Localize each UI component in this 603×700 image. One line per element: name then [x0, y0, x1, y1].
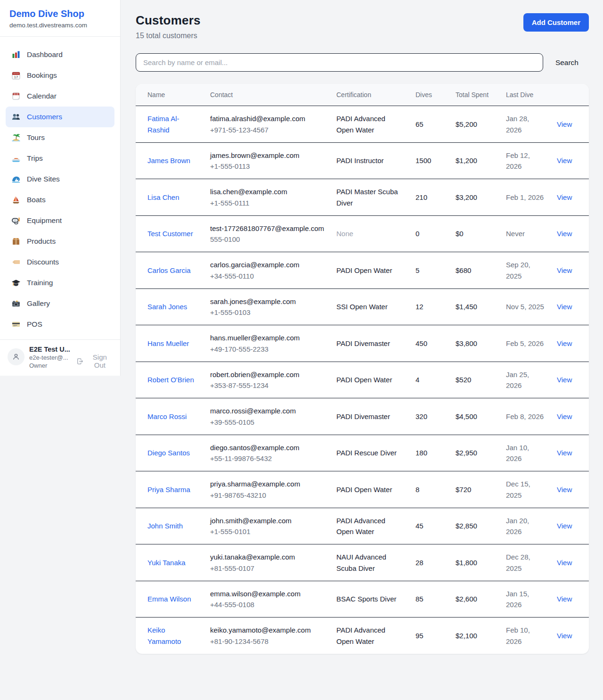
credit-card-icon [11, 320, 21, 329]
sidebar-item-label: POS [27, 320, 42, 329]
actions-cell: View [551, 215, 589, 252]
customer-email: test-1772681807767@example.com [210, 223, 325, 234]
customer-email: sarah.jones@example.com [210, 296, 325, 307]
sidebar-item-training[interactable]: Training [6, 272, 114, 293]
customer-name-cell: Priya Sharma [136, 471, 204, 508]
view-link[interactable]: View [557, 266, 572, 274]
column-header-certification: Certification [331, 84, 410, 106]
sidebar-item-label: Boats [27, 196, 46, 204]
graduation-cap-icon [11, 278, 21, 288]
sidebar-nav: Dashboard17BookingsCalendarCustomersTour… [0, 37, 120, 339]
sidebar-item-label: Tours [27, 133, 45, 142]
contact-cell: priya.sharma@example.com+91-98765-43210 [204, 471, 331, 508]
customer-name-link[interactable]: Keiko Yamamoto [147, 626, 181, 645]
view-link[interactable]: View [557, 632, 572, 640]
tear-off-calendar-icon [11, 91, 21, 101]
customer-name-link[interactable]: Test Customer [147, 230, 193, 238]
svg-text:17: 17 [14, 75, 18, 79]
last-dive-cell: Jan 25, 2026 [500, 362, 551, 398]
contact-cell: lisa.chen@example.com+1-555-0111 [204, 179, 331, 216]
page-title: Customers [136, 13, 201, 28]
certification-cell: PADI Advanced Open Water [331, 618, 410, 654]
contact-cell: marco.rossi@example.com+39-555-0105 [204, 398, 331, 435]
sidebar-item-boats[interactable]: Boats [6, 189, 114, 210]
sidebar-item-bookings[interactable]: 17Bookings [6, 65, 114, 86]
view-link[interactable]: View [557, 522, 572, 530]
column-header-contact: Contact [204, 84, 331, 106]
total-spent-cell: $2,100 [450, 618, 500, 654]
customer-name-link[interactable]: Priya Sharma [147, 486, 190, 494]
bar-chart-icon [11, 50, 21, 59]
view-link[interactable]: View [557, 303, 572, 311]
search-input[interactable] [136, 53, 543, 72]
view-link[interactable]: View [557, 412, 572, 420]
contact-cell: james.brown@example.com+1-555-0113 [204, 142, 331, 179]
add-customer-button[interactable]: Add Customer [523, 13, 589, 32]
view-link[interactable]: View [557, 156, 572, 165]
total-spent-cell: $1,800 [450, 544, 500, 581]
customer-name-link[interactable]: Hans Mueller [147, 339, 189, 347]
search-button[interactable]: Search [555, 58, 579, 67]
actions-cell: View [551, 471, 589, 508]
view-link[interactable]: View [557, 230, 572, 238]
view-link[interactable]: View [557, 449, 572, 457]
sign-out-button[interactable]: Sign Out [76, 353, 113, 369]
last-dive-cell: Jan 20, 2026 [500, 508, 551, 544]
customer-name-link[interactable]: James Brown [147, 156, 190, 165]
customer-email: marco.rossi@example.com [210, 405, 325, 416]
sidebar-item-customers[interactable]: Customers [6, 107, 114, 127]
sidebar-item-pos[interactable]: POS [6, 314, 114, 335]
dives-cell: 45 [410, 508, 450, 544]
view-link[interactable]: View [557, 559, 572, 567]
customer-name-link[interactable]: Diego Santos [147, 449, 190, 457]
sidebar-item-dashboard[interactable]: Dashboard [6, 44, 114, 65]
customer-phone: +55-11-99876-5432 [210, 453, 325, 464]
view-link[interactable]: View [557, 339, 572, 347]
customer-name-link[interactable]: Sarah Jones [147, 303, 187, 311]
sidebar-item-discounts[interactable]: Discounts [6, 252, 114, 272]
user-info: E2E Test U... e2e-tester@... Owner [29, 346, 72, 369]
customer-name-link[interactable]: Lisa Chen [147, 193, 179, 201]
dives-cell: 0 [410, 215, 450, 252]
view-link[interactable]: View [557, 193, 572, 201]
sidebar-item-dive-sites[interactable]: Dive Sites [6, 169, 114, 189]
view-link[interactable]: View [557, 120, 572, 128]
customer-name-link[interactable]: John Smith [147, 522, 183, 530]
customer-phone: +1-555-0113 [210, 161, 325, 172]
view-link[interactable]: View [557, 376, 572, 384]
sidebar-item-tours[interactable]: Tours [6, 127, 114, 148]
last-dive-cell: Nov 5, 2025 [500, 288, 551, 325]
customer-name-cell: Test Customer [136, 215, 204, 252]
customer-phone: +1-555-0111 [210, 198, 325, 208]
sign-out-label: Sign Out [87, 353, 113, 369]
camera-icon [11, 299, 21, 308]
person-icon [11, 352, 21, 362]
main-content: Customers 15 total customers Add Custome… [121, 0, 603, 654]
customer-phone: 555-0100 [210, 234, 325, 245]
customer-phone: +49-170-555-2233 [210, 344, 325, 354]
contact-cell: keiko.yamamoto@example.com+81-90-1234-56… [204, 618, 331, 654]
sidebar-item-trips[interactable]: Trips [6, 148, 114, 169]
sidebar-item-label: Dive Sites [27, 175, 60, 183]
sidebar-item-calendar[interactable]: Calendar [6, 86, 114, 107]
customer-name-link[interactable]: Marco Rossi [147, 412, 187, 420]
total-spent-cell: $0 [450, 215, 500, 252]
view-link[interactable]: View [557, 486, 572, 494]
customer-name-link[interactable]: Yuki Tanaka [147, 559, 186, 567]
dives-cell: 5 [410, 252, 450, 289]
last-dive-cell: Feb 10, 2026 [500, 618, 551, 654]
customer-name-link[interactable]: Robert O'Brien [147, 376, 194, 384]
sidebar-item-products[interactable]: Products [6, 231, 114, 252]
customer-name-link[interactable]: Fatima Al-Rashid [147, 115, 179, 133]
last-dive-cell: Feb 8, 2026 [500, 398, 551, 435]
customer-name-link[interactable]: Carlos Garcia [147, 266, 191, 274]
customer-name-cell: Fatima Al-Rashid [136, 106, 204, 143]
contact-cell: emma.wilson@example.com+44-555-0108 [204, 581, 331, 618]
sidebar-item-label: Equipment [27, 216, 62, 225]
sidebar-item-equipment[interactable]: Equipment [6, 210, 114, 231]
customer-name-link[interactable]: Emma Wilson [147, 595, 191, 603]
view-link[interactable]: View [557, 595, 572, 603]
dives-cell: 65 [410, 106, 450, 143]
user-email: e2e-tester@... [29, 354, 72, 361]
sidebar-item-gallery[interactable]: Gallery [6, 293, 114, 314]
